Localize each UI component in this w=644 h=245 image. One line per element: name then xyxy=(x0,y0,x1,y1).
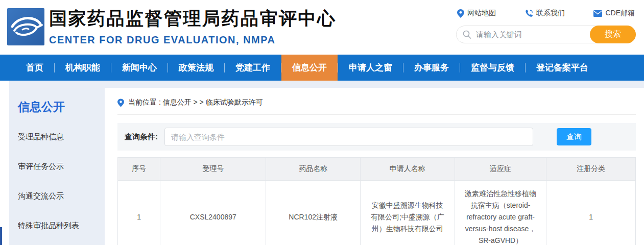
cell-indication: 激素难治性急性移植物抗宿主病（steroid-refractory acute … xyxy=(455,181,546,245)
nav-item-news[interactable]: 新闻中心 xyxy=(111,55,168,81)
nav-item-home[interactable]: 首页 xyxy=(15,55,54,81)
site-search: 搜索 xyxy=(456,26,636,43)
location-pin-icon xyxy=(117,99,124,107)
site-search-button[interactable]: 搜索 xyxy=(590,26,636,43)
site-titles: 国家药品监督管理局药品审评中心 CENTER FOR DRUG EVALUATI… xyxy=(49,7,337,46)
nav-item-party-building[interactable]: 党建工作 xyxy=(225,55,281,81)
column-header-applicant: 申请人名称 xyxy=(361,158,455,181)
content-area: 当前位置 : 信息公开 > > 临床试验默示许可 查询条件: 查询 序号 受理号… xyxy=(105,88,644,245)
nav-item-policy[interactable]: 政策法规 xyxy=(168,55,224,81)
results-table: 序号 受理号 药品名称 申请人名称 适应症 注册分类 1 CXSL2400897… xyxy=(117,157,636,245)
main-area: 信息公开 受理品种信息 审评任务公示 沟通交流公示 特殊审批品种列表 优先审评公… xyxy=(0,88,644,245)
envelope-icon xyxy=(593,10,602,17)
cell-acceptance-no: CXSL2400897 xyxy=(160,181,266,245)
sitemap-link[interactable]: 网站地图 xyxy=(457,9,496,18)
cell-drug-name: NCR102注射液 xyxy=(266,181,361,245)
contact-link[interactable]: 联系我们 xyxy=(525,9,565,18)
mailbox-link[interactable]: CDE邮箱 xyxy=(593,9,635,18)
site-header: 国家药品监督管理局药品审评中心 CENTER FOR DRUG EVALUATI… xyxy=(0,0,644,55)
sidebar-item-accepted-varieties[interactable]: 受理品种信息 xyxy=(18,132,105,142)
sidebar-item-review-tasks[interactable]: 审评任务公示 xyxy=(18,162,105,172)
column-header-reg-category: 注册分类 xyxy=(546,158,636,181)
nav-item-applicant-window[interactable]: 申请人之窗 xyxy=(338,55,403,81)
column-header-drug-name: 药品名称 xyxy=(266,158,361,181)
nav-item-registration-platform[interactable]: 登记备案平台 xyxy=(526,55,599,81)
sidebar-item-special-approval[interactable]: 特殊审批品种列表 xyxy=(18,221,105,231)
sidebar-item-communication[interactable]: 沟通交流公示 xyxy=(18,191,105,201)
mailbox-label: CDE邮箱 xyxy=(605,9,635,18)
bottom-accent-bar xyxy=(0,227,2,245)
location-pin-icon xyxy=(457,9,464,18)
swan-logo-icon xyxy=(7,8,44,45)
search-icon xyxy=(463,30,471,39)
query-input[interactable] xyxy=(164,128,533,146)
page: 国家药品监督管理局药品审评中心 CENTER FOR DRUG EVALUATI… xyxy=(0,0,644,245)
sitemap-label: 网站地图 xyxy=(467,9,496,18)
query-button[interactable]: 查询 xyxy=(557,128,591,145)
nav-item-organization[interactable]: 机构职能 xyxy=(55,55,111,81)
sidebar: 信息公开 受理品种信息 审评任务公示 沟通交流公示 特殊审批品种列表 优先审评公… xyxy=(9,88,105,245)
cde-logo xyxy=(7,8,44,45)
breadcrumb: 当前位置 : 信息公开 > > 临床试验默示许可 xyxy=(117,88,636,115)
phone-icon xyxy=(525,9,533,17)
column-header-acceptance: 受理号 xyxy=(160,158,266,181)
main-nav: 首页 机构职能 新闻中心 政策法规 党建工作 信息公开 申请人之窗 办事服务 监… xyxy=(0,55,644,81)
nav-item-services[interactable]: 办事服务 xyxy=(403,55,460,81)
header-right: 网站地图 联系我们 CDE邮箱 xyxy=(456,9,636,43)
cell-reg-category: 1 xyxy=(546,181,636,245)
contact-label: 联系我们 xyxy=(536,9,565,18)
nav-item-info-disclosure[interactable]: 信息公开 xyxy=(281,55,338,81)
cell-applicant: 安徽中盛溯源生物科技有限公司;中盛溯源（广州）生物科技有限公司 xyxy=(361,181,455,245)
nav-item-supervision-feedback[interactable]: 监督与反馈 xyxy=(460,55,525,81)
sidebar-title: 信息公开 xyxy=(18,99,105,115)
table-header-row: 序号 受理号 药品名称 申请人名称 适应症 注册分类 xyxy=(118,158,636,181)
cell-no: 1 xyxy=(118,181,160,245)
column-header-indication: 适应症 xyxy=(455,158,546,181)
column-header-no: 序号 xyxy=(118,158,160,181)
breadcrumb-text: 当前位置 : 信息公开 > > 临床试验默示许可 xyxy=(128,98,263,107)
site-title-en: CENTER FOR DRUG EVALUATION, NMPA xyxy=(49,34,337,46)
site-title-cn: 国家药品监督管理局药品审评中心 xyxy=(49,7,337,31)
query-panel: 查询条件: 查询 xyxy=(117,123,636,151)
spacer-band xyxy=(9,81,644,88)
quick-links: 网站地图 联系我们 CDE邮箱 xyxy=(456,9,636,18)
table-row: 1 CXSL2400897 NCR102注射液 安徽中盛溯源生物科技有限公司;中… xyxy=(118,181,636,245)
query-label: 查询条件: xyxy=(125,132,158,142)
